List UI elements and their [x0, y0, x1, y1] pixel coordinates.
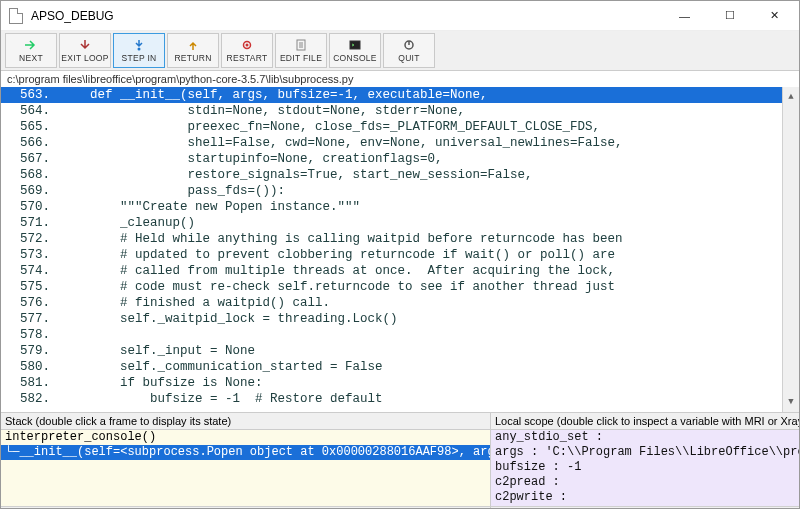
line-number: 564. — [1, 103, 56, 119]
line-content: """Create new Popen instance.""" — [56, 199, 799, 215]
toolbar-label: EDIT FILE — [280, 53, 322, 63]
file-path: c:\program files\libreoffice\program\pyt… — [1, 71, 799, 87]
document-icon — [9, 8, 23, 24]
code-line[interactable]: 571. _cleanup() — [1, 215, 799, 231]
toolbar-label: NEXT — [19, 53, 43, 63]
line-content: _cleanup() — [56, 215, 799, 231]
local-variable[interactable]: c2pread : — [491, 475, 800, 490]
quit-button[interactable]: QUIT — [383, 33, 435, 68]
close-button[interactable]: ✕ — [752, 2, 797, 30]
restart-button[interactable]: RESTART — [221, 33, 273, 68]
line-number: 572. — [1, 231, 56, 247]
return-button[interactable]: RETURN — [167, 33, 219, 68]
line-content: self._input = None — [56, 343, 799, 359]
locals-header: Local scope (double click to inspect a v… — [491, 413, 800, 430]
code-line[interactable]: 581. if bufsize is None: — [1, 375, 799, 391]
line-number: 577. — [1, 311, 56, 327]
toolbar-label: CONSOLE — [333, 53, 377, 63]
stack-header: Stack (double click a frame to display i… — [1, 413, 490, 430]
code-line[interactable]: 579. self._input = None — [1, 343, 799, 359]
line-content: startupinfo=None, creationflags=0, — [56, 151, 799, 167]
line-content: # code must re-check self.returncode to … — [56, 279, 799, 295]
line-number: 569. — [1, 183, 56, 199]
line-number: 567. — [1, 151, 56, 167]
code-line[interactable]: 574. # called from multiple threads at o… — [1, 263, 799, 279]
code-line[interactable]: 566. shell=False, cwd=None, env=None, un… — [1, 135, 799, 151]
code-line[interactable]: 569. pass_fds=()): — [1, 183, 799, 199]
line-number: 570. — [1, 199, 56, 215]
exit-loop-button[interactable]: EXIT LOOP — [59, 33, 111, 68]
local-variable[interactable]: any_stdio_set : — [491, 430, 800, 445]
line-content: # updated to prevent clobbering returnco… — [56, 247, 799, 263]
line-number: 563. — [1, 87, 56, 103]
line-number: 582. — [1, 391, 56, 407]
line-number: 580. — [1, 359, 56, 375]
code-line[interactable]: 565. preexec_fn=None, close_fds=_PLATFOR… — [1, 119, 799, 135]
code-line[interactable]: 580. self._communication_started = False — [1, 359, 799, 375]
line-content: restore_signals=True, start_new_session=… — [56, 167, 799, 183]
stack-body[interactable]: interpreter_console()└─__init__(self=<su… — [1, 430, 490, 506]
line-content: if bufsize is None: — [56, 375, 799, 391]
code-pane[interactable]: 563. def __init__(self, args, bufsize=-1… — [1, 87, 799, 412]
code-line[interactable]: 577. self._waitpid_lock = threading.Lock… — [1, 311, 799, 327]
step-in-button[interactable]: STEP IN — [113, 33, 165, 68]
line-number: 575. — [1, 279, 56, 295]
line-number: 574. — [1, 263, 56, 279]
code-scrollbar-vertical[interactable]: ▲▼ — [782, 87, 799, 412]
maximize-button[interactable]: ☐ — [707, 2, 752, 30]
line-content: bufsize = -1 # Restore default — [56, 391, 799, 407]
line-content: pass_fds=()): — [56, 183, 799, 199]
svg-point-2 — [246, 44, 249, 47]
line-number: 581. — [1, 375, 56, 391]
line-number: 576. — [1, 295, 56, 311]
code-line[interactable]: 567. startupinfo=None, creationflags=0, — [1, 151, 799, 167]
stack-panel: Stack (double click a frame to display i… — [1, 413, 491, 509]
line-number: 565. — [1, 119, 56, 135]
window-title: APSO_DEBUG — [31, 9, 662, 23]
line-content: self._communication_started = False — [56, 359, 799, 375]
code-line[interactable]: 575. # code must re-check self.returncod… — [1, 279, 799, 295]
next-icon — [23, 38, 39, 52]
code-line[interactable]: 582. bufsize = -1 # Restore default — [1, 391, 799, 407]
return-icon — [185, 38, 201, 52]
line-content: # Held while anything is calling waitpid… — [56, 231, 799, 247]
code-line[interactable]: 578. — [1, 327, 799, 343]
local-variable[interactable]: args : 'C:\\Program Files\\LibreOffice\\… — [491, 445, 800, 460]
line-number: 566. — [1, 135, 56, 151]
line-content — [56, 327, 799, 343]
toolbar-label: EXIT LOOP — [61, 53, 108, 63]
exit-loop-icon — [77, 38, 93, 52]
line-content: # called from multiple threads at once. … — [56, 263, 799, 279]
minimize-button[interactable]: — — [662, 2, 707, 30]
locals-body[interactable]: any_stdio_set :args : 'C:\\Program Files… — [491, 430, 800, 506]
console-button[interactable]: CONSOLE — [329, 33, 381, 68]
titlebar: APSO_DEBUG — ☐ ✕ — [1, 1, 799, 31]
toolbar: NEXTEXIT LOOPSTEP INRETURNRESTARTEDIT FI… — [1, 31, 799, 71]
code-line[interactable]: 576. # finished a waitpid() call. — [1, 295, 799, 311]
toolbar-label: RESTART — [227, 53, 268, 63]
toolbar-label: QUIT — [398, 53, 420, 63]
code-line[interactable]: 573. # updated to prevent clobbering ret… — [1, 247, 799, 263]
code-line[interactable]: 568. restore_signals=True, start_new_ses… — [1, 167, 799, 183]
local-variable[interactable]: close_fds : <object object at 0x00000288… — [491, 505, 800, 506]
code-line[interactable]: 572. # Held while anything is calling wa… — [1, 231, 799, 247]
line-content: preexec_fn=None, close_fds=_PLATFORM_DEF… — [56, 119, 799, 135]
locals-panel: Local scope (double click to inspect a v… — [491, 413, 800, 509]
code-line[interactable]: 570. """Create new Popen instance.""" — [1, 199, 799, 215]
svg-point-0 — [138, 48, 141, 51]
restart-icon — [239, 38, 255, 52]
line-content: def __init__(self, args, bufsize=-1, exe… — [56, 87, 799, 103]
stack-frame[interactable]: interpreter_console() — [1, 430, 490, 445]
stack-frame[interactable]: └─__init__(self=<subprocess.Popen object… — [1, 445, 490, 460]
edit-file-button[interactable]: EDIT FILE — [275, 33, 327, 68]
line-number: 573. — [1, 247, 56, 263]
line-content: self._waitpid_lock = threading.Lock() — [56, 311, 799, 327]
next-button[interactable]: NEXT — [5, 33, 57, 68]
local-variable[interactable]: c2pwrite : — [491, 490, 800, 505]
line-number: 568. — [1, 167, 56, 183]
line-number: 571. — [1, 215, 56, 231]
console-icon — [347, 38, 363, 52]
local-variable[interactable]: bufsize : -1 — [491, 460, 800, 475]
code-line[interactable]: 563. def __init__(self, args, bufsize=-1… — [1, 87, 799, 103]
code-line[interactable]: 564. stdin=None, stdout=None, stderr=Non… — [1, 103, 799, 119]
